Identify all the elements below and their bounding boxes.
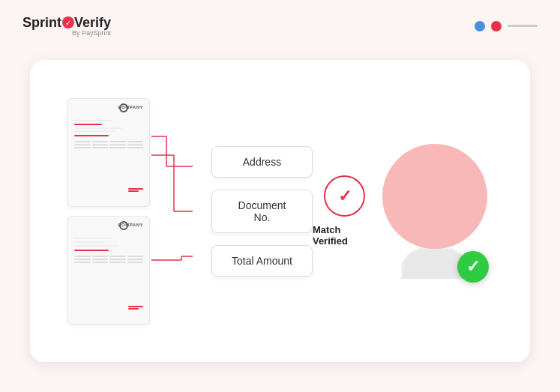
header: Sprint Verify By PaySprint: [22, 15, 538, 37]
avatar-section: ✓: [376, 136, 493, 286]
doc-company-2: COMPANY: [118, 223, 143, 227]
doc-amount-1: [128, 188, 143, 193]
match-circle: ✓: [324, 175, 365, 217]
logo-text-2: Verify: [74, 15, 111, 31]
documents-section: COMPANY: [67, 95, 211, 328]
doc-company-1: COMPANY: [118, 105, 143, 109]
logo: Sprint Verify By PaySprint: [22, 15, 111, 37]
doc-table-1: [74, 141, 143, 148]
window-controls: [475, 21, 538, 31]
match-check-icon: ✓: [338, 187, 352, 206]
logo-text: Sprint: [22, 15, 61, 31]
address-label: Address: [211, 146, 313, 178]
total-amount-label: Total Amount: [211, 245, 313, 277]
window-dot-red: [491, 21, 502, 31]
document-no-label: Document No.: [211, 190, 313, 233]
doc-content-2: [74, 238, 143, 263]
avatar-bg-circle: [382, 144, 487, 249]
verified-check-icon: ✓: [466, 259, 480, 275]
window-dot-blue: [475, 21, 485, 31]
document-card-1: COMPANY: [67, 98, 150, 207]
doc-content-1: [74, 120, 143, 148]
doc-table-2: [74, 256, 143, 263]
match-text: Match Verified: [313, 224, 376, 247]
match-section: ✓ Match Verified: [313, 175, 376, 247]
document-card-2: COMPANY: [67, 216, 150, 325]
documents-stack: COMPANY: [67, 98, 150, 325]
main-card: COMPANY: [30, 60, 530, 362]
window-line: [508, 25, 538, 27]
logo-check-icon: [62, 16, 74, 28]
labels-section: Address Document No. Total Amount: [211, 146, 313, 277]
verified-badge: ✓: [457, 251, 489, 283]
doc-amount-2: [128, 306, 143, 310]
logo-subtitle: By PaySprint: [22, 29, 111, 37]
connector-lines: [151, 95, 211, 328]
